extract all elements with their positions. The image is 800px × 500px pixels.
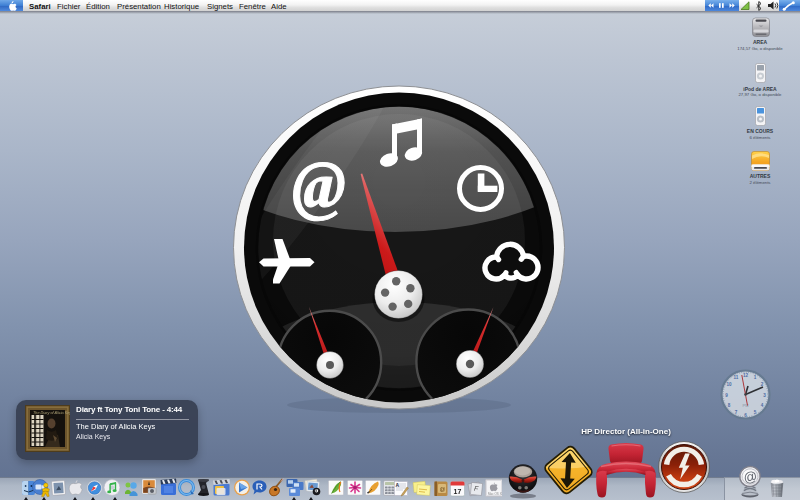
svg-text:11: 11 xyxy=(734,375,739,380)
svg-text:9: 9 xyxy=(725,393,728,398)
svg-text:6: 6 xyxy=(744,413,747,418)
svg-text:Mac OS X: Mac OS X xyxy=(488,492,502,496)
svg-text:10: 10 xyxy=(726,382,732,387)
svg-text:1: 1 xyxy=(754,375,757,380)
svg-text:4: 4 xyxy=(761,403,764,408)
svg-text:The Diary of Alicia Keys: The Diary of Alicia Keys xyxy=(33,411,70,415)
svg-text:@: @ xyxy=(440,486,446,492)
svg-text:12: 12 xyxy=(743,373,749,378)
svg-text:A: A xyxy=(396,482,400,488)
svg-text:@: @ xyxy=(292,147,346,221)
svg-text:7: 7 xyxy=(735,410,738,415)
svg-text:8: 8 xyxy=(728,403,731,408)
svg-text:2: 2 xyxy=(761,382,764,387)
svg-text:3: 3 xyxy=(763,393,766,398)
svg-text:17: 17 xyxy=(454,488,462,495)
